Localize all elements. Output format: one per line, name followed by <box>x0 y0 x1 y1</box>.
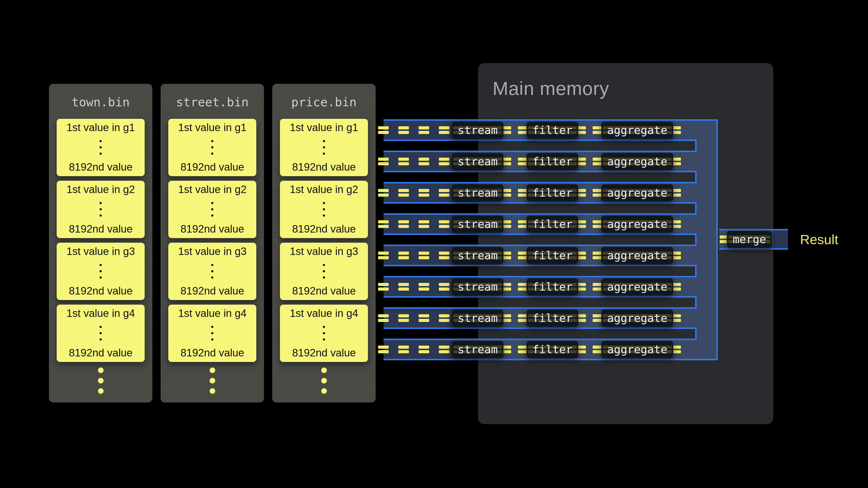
data-chunk-icon <box>418 220 429 228</box>
stage-badge-stream: stream <box>452 341 503 358</box>
vertical-ellipsis-icon <box>211 202 213 217</box>
stage-badge-stream: stream <box>452 153 503 170</box>
data-chunk-icon <box>418 126 429 134</box>
pipeline-row: stream filter aggregate <box>378 215 681 233</box>
value-group-box: 1st value in g1 8192nd value <box>280 119 368 176</box>
group-first-value-label: 1st value in g2 <box>290 183 358 196</box>
vertical-ellipsis-icon <box>100 202 102 217</box>
pipeline-gap <box>383 265 696 278</box>
pipeline-row: stream filter aggregate <box>378 340 681 359</box>
stage-badge-stream: stream <box>452 184 503 201</box>
more-groups-ellipsis-icon <box>321 367 327 394</box>
data-chunk-icon <box>398 220 409 228</box>
data-chunk-icon <box>418 189 429 197</box>
group-first-value-label: 1st value in g4 <box>178 307 247 320</box>
file-panel: price.bin 1st value in g1 8192nd value 1… <box>272 84 376 402</box>
group-last-value-label: 8192nd value <box>292 161 355 173</box>
value-group-box: 1st value in g2 8192nd value <box>57 181 145 238</box>
data-chunk-icon <box>439 220 450 228</box>
pipeline-gap <box>383 202 696 215</box>
pipeline-row: stream filter aggregate <box>378 309 681 327</box>
data-chunk-icon <box>378 314 389 322</box>
more-groups-ellipsis-icon <box>98 367 103 394</box>
vertical-ellipsis-icon <box>211 326 213 340</box>
data-chunk-icon <box>439 283 450 291</box>
stage-badge-stream: stream <box>452 247 503 264</box>
stage-badge-filter: filter <box>527 341 578 358</box>
data-chunk-icon <box>378 283 389 291</box>
data-chunk-icon <box>418 283 429 291</box>
file-panel: street.bin 1st value in g1 8192nd value … <box>161 84 264 402</box>
data-chunk-icon <box>439 189 450 197</box>
data-chunk-icon <box>439 314 450 322</box>
pipeline-gap <box>383 327 696 340</box>
data-chunk-icon <box>418 158 429 165</box>
group-last-value-label: 8192nd value <box>69 347 132 359</box>
data-chunk-icon <box>378 220 389 228</box>
group-last-value-label: 8192nd value <box>69 285 132 297</box>
group-first-value-label: 1st value in g3 <box>178 245 247 258</box>
stage-badge-filter: filter <box>527 153 578 170</box>
value-group-box: 1st value in g1 8192nd value <box>57 119 145 176</box>
stage-badge-aggregate: aggregate <box>601 153 673 170</box>
pipeline-row: stream filter aggregate <box>378 152 681 171</box>
group-last-value-label: 8192nd value <box>292 347 355 359</box>
data-chunk-icon <box>439 252 450 259</box>
vertical-ellipsis-icon <box>211 140 213 155</box>
merge-badge: merge <box>727 231 772 248</box>
merge-band: merge <box>719 229 788 250</box>
pipeline-gap <box>383 139 696 152</box>
more-groups-ellipsis-icon <box>210 367 215 394</box>
vertical-ellipsis-icon <box>100 264 102 279</box>
stage-badge-aggregate: aggregate <box>601 216 673 233</box>
group-last-value-label: 8192nd value <box>180 223 244 235</box>
data-chunk-icon <box>418 252 429 259</box>
data-chunk-icon <box>398 314 409 322</box>
data-chunk-icon <box>378 252 389 259</box>
data-chunk-icon <box>378 158 389 165</box>
data-chunk-icon <box>378 189 389 197</box>
value-group-box: 1st value in g3 8192nd value <box>168 243 256 300</box>
stage-badge-stream: stream <box>452 122 503 138</box>
file-title: town.bin <box>49 95 152 109</box>
data-chunk-icon <box>398 252 409 259</box>
vertical-ellipsis-icon <box>100 326 102 340</box>
group-first-value-label: 1st value in g3 <box>66 245 135 258</box>
group-first-value-label: 1st value in g1 <box>178 121 247 134</box>
vertical-ellipsis-icon <box>323 264 325 279</box>
value-group-box: 1st value in g1 8192nd value <box>168 119 256 176</box>
pipeline-row: stream filter aggregate <box>378 121 681 139</box>
value-group-box: 1st value in g4 8192nd value <box>168 304 256 362</box>
pipeline-gap <box>383 296 696 309</box>
data-chunk-icon <box>418 346 429 353</box>
vertical-ellipsis-icon <box>323 202 325 217</box>
data-chunk-icon <box>418 314 429 322</box>
group-first-value-label: 1st value in g4 <box>290 307 358 320</box>
group-first-value-label: 1st value in g2 <box>66 183 135 196</box>
stage-badge-filter: filter <box>527 122 578 138</box>
value-group-box: 1st value in g4 8192nd value <box>57 304 145 362</box>
pipeline-row: stream filter aggregate <box>378 184 681 202</box>
pipeline-block: stream filter aggregate stream filter ag… <box>383 119 718 360</box>
data-chunk-icon <box>439 346 450 353</box>
group-first-value-label: 1st value in g1 <box>66 121 135 134</box>
stage-badge-filter: filter <box>527 184 578 201</box>
stage-badge-filter: filter <box>527 247 578 264</box>
stage-badge-stream: stream <box>452 216 503 233</box>
stage-badge-aggregate: aggregate <box>601 122 673 138</box>
file-title: street.bin <box>161 95 264 109</box>
value-group-box: 1st value in g2 8192nd value <box>280 181 368 238</box>
main-memory-title: Main memory <box>493 77 609 100</box>
diagram-canvas: Main memory town.bin 1st value in g1 819… <box>0 0 868 488</box>
data-chunk-icon <box>398 283 409 291</box>
stage-badge-stream: stream <box>452 310 503 327</box>
group-last-value-label: 8192nd value <box>292 223 355 235</box>
group-last-value-label: 8192nd value <box>292 285 355 297</box>
data-chunk-icon <box>378 126 389 134</box>
group-first-value-label: 1st value in g2 <box>178 183 247 196</box>
vertical-ellipsis-icon <box>211 264 213 279</box>
data-chunk-icon <box>378 346 389 353</box>
stage-badge-stream: stream <box>452 278 503 295</box>
stage-badge-aggregate: aggregate <box>601 247 673 264</box>
stage-badge-filter: filter <box>527 310 578 327</box>
